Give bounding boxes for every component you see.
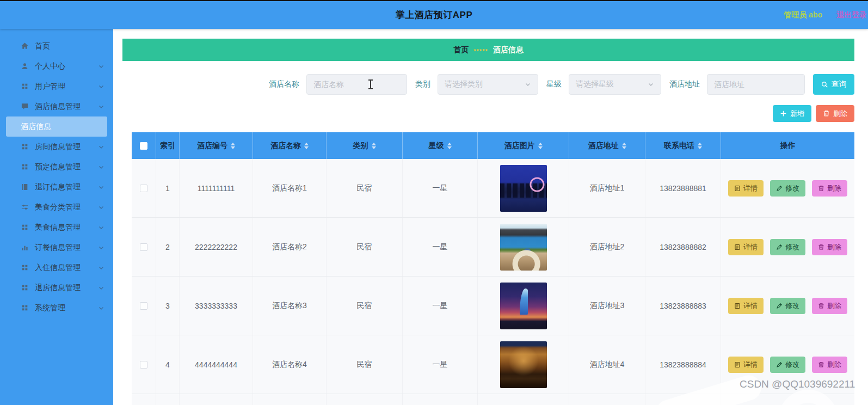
row-delete-button[interactable]: 删除: [812, 298, 847, 314]
sort-icon: [231, 143, 235, 149]
col-header-address[interactable]: 酒店地址: [569, 132, 645, 159]
sidebar-item-system-management[interactable]: 系统管理: [0, 298, 113, 318]
detail-button[interactable]: 详情: [728, 298, 764, 314]
sidebar-item-food-category-management[interactable]: 美食分类管理: [0, 197, 113, 217]
hotel-address-input[interactable]: [707, 74, 805, 95]
cell-hotel-no: 2222222222: [180, 218, 253, 276]
text-cursor-icon: [370, 80, 371, 89]
cell-hotel-name: 酒店名称4: [253, 335, 327, 394]
message-icon: [21, 102, 29, 111]
sidebar-item-checkin-info-management[interactable]: 入住信息管理: [0, 257, 113, 278]
cell-phone: 13823888881: [645, 159, 721, 217]
sidebar-item-home[interactable]: 首页: [0, 36, 113, 56]
row-delete-button[interactable]: 删除: [812, 180, 847, 197]
edit-button[interactable]: 修改: [770, 180, 805, 197]
breadcrumb-home-link[interactable]: 首页: [453, 45, 469, 55]
chevron-down-icon: [98, 244, 104, 251]
cell-star: 一星: [403, 218, 478, 276]
cell-address: 酒店地址4: [569, 335, 645, 394]
col-header-image[interactable]: 酒店图片: [478, 132, 569, 159]
hotel-name-label: 酒店名称: [269, 79, 299, 89]
trash-icon: [818, 244, 824, 250]
grid-icon: [21, 163, 29, 171]
trash-icon: [818, 361, 824, 368]
sidebar-item-order-info-management[interactable]: 订餐信息管理: [0, 237, 113, 257]
pen-icon: [776, 185, 783, 192]
col-header-hotel-no[interactable]: 酒店编号: [180, 132, 253, 159]
book-icon: [21, 183, 29, 191]
pen-icon: [776, 361, 783, 368]
sidebar: 首页 个人中心 用户管理 酒店信息管理 酒店信息 房间信息管理: [0, 29, 113, 405]
document-icon: [734, 244, 741, 250]
delete-button[interactable]: 删除: [816, 105, 854, 122]
sidebar-item-label: 美食分类管理: [35, 202, 81, 212]
col-header-category[interactable]: 类别: [327, 132, 403, 159]
edit-button[interactable]: 修改: [770, 239, 805, 255]
edit-button[interactable]: 修改: [770, 357, 805, 373]
grid-icon: [21, 82, 29, 90]
col-header-star[interactable]: 星级: [403, 132, 478, 159]
row-checkbox[interactable]: [140, 302, 147, 310]
select-all-checkbox[interactable]: [140, 142, 147, 150]
sort-icon: [447, 143, 452, 149]
grid-icon: [21, 304, 29, 312]
chevron-down-icon: [98, 83, 104, 90]
logout-link[interactable]: 退出登录: [836, 1, 867, 29]
row-delete-button[interactable]: 删除: [812, 239, 847, 255]
sidebar-item-food-info-management[interactable]: 美食信息管理: [0, 217, 113, 237]
cell-index: 3: [156, 277, 180, 335]
row-checkbox[interactable]: [140, 243, 147, 251]
sidebar-item-label: 用户管理: [35, 82, 65, 91]
col-header-hotel-name[interactable]: 酒店名称: [253, 132, 327, 159]
add-button[interactable]: 新增: [773, 105, 811, 122]
sort-icon: [698, 143, 702, 149]
row-delete-button[interactable]: 删除: [812, 357, 847, 373]
sidebar-item-label: 房间信息管理: [35, 142, 81, 152]
star-select[interactable]: 请选择星级: [569, 74, 661, 95]
sidebar-item-booking-info-management[interactable]: 预定信息管理: [0, 157, 113, 177]
home-icon: [21, 42, 29, 50]
edit-button[interactable]: 修改: [770, 298, 805, 314]
cell-phone: 13823888883: [645, 277, 721, 335]
detail-button[interactable]: 详情: [728, 357, 764, 373]
user-icon: [21, 62, 29, 70]
cell-star: 一星: [403, 277, 478, 335]
sidebar-item-label: 订餐信息管理: [35, 243, 81, 253]
hotel-image[interactable]: [500, 224, 547, 271]
sidebar-item-room-info-management[interactable]: 房间信息管理: [0, 137, 113, 157]
breadcrumb: 首页 ***** 酒店信息: [122, 39, 854, 61]
sidebar-item-cancel-info-management[interactable]: 退订信息管理: [0, 177, 113, 197]
document-icon: [734, 185, 741, 192]
document-icon: [734, 303, 741, 309]
grid-icon: [21, 223, 29, 231]
sidebar-item-hotel-info-active[interactable]: 酒店信息: [6, 116, 107, 137]
sidebar-item-checkout-info-management[interactable]: 退房信息管理: [0, 278, 113, 298]
hotel-name-input[interactable]: [306, 74, 407, 95]
sidebar-item-hotel-info-management[interactable]: 酒店信息管理: [0, 96, 113, 116]
sidebar-item-user-management[interactable]: 用户管理: [0, 76, 113, 96]
detail-button[interactable]: 详情: [728, 239, 764, 255]
row-checkbox[interactable]: [140, 185, 147, 192]
col-header-phone[interactable]: 联系电话: [645, 132, 721, 159]
chevron-down-icon: [98, 103, 104, 110]
detail-button[interactable]: 详情: [728, 180, 764, 197]
category-select[interactable]: 请选择类别: [438, 74, 538, 95]
chevron-down-icon: [98, 144, 104, 150]
sidebar-item-label: 退房信息管理: [35, 283, 81, 293]
category-label: 类别: [415, 79, 430, 89]
sort-icon: [622, 143, 626, 149]
search-button[interactable]: 查询: [813, 74, 854, 95]
trash-icon: [818, 303, 824, 309]
admin-user-link[interactable]: 管理员 abo: [784, 1, 822, 29]
cell-address: 酒店地址3: [569, 277, 645, 335]
cell-address: 酒店地址1: [569, 159, 645, 217]
cell-category: 民宿: [327, 277, 403, 335]
sidebar-item-personal-center[interactable]: 个人中心: [0, 56, 113, 76]
sidebar-item-label: 退订信息管理: [35, 182, 81, 192]
search-icon: [821, 81, 828, 88]
hotel-image[interactable]: [500, 165, 547, 212]
hotel-image[interactable]: [500, 283, 547, 329]
sidebar-item-label: 预定信息管理: [35, 162, 81, 172]
row-checkbox[interactable]: [140, 361, 147, 369]
hotel-image[interactable]: [500, 341, 547, 388]
